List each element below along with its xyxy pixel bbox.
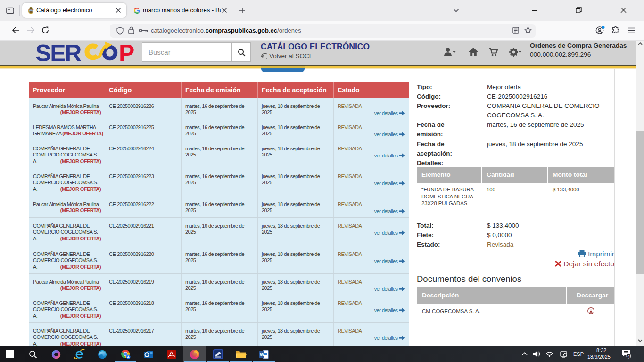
svg-text:W: W: [260, 352, 264, 357]
svg-text:4: 4: [627, 354, 630, 359]
svg-text:P: P: [119, 41, 134, 63]
svg-text:SER: SER: [35, 41, 82, 63]
